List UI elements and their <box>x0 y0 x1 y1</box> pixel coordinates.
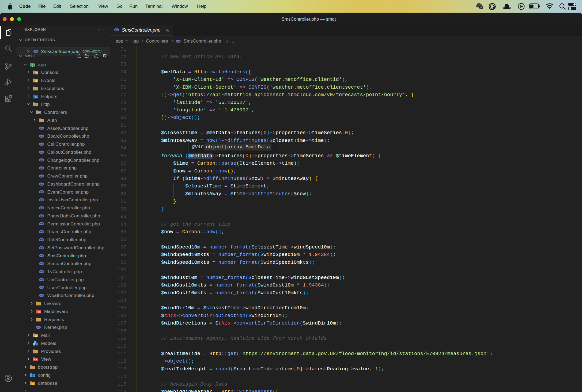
svg-text:php: php <box>40 295 43 297</box>
svg-text:php: php <box>40 271 43 273</box>
svg-text:php: php <box>40 199 43 201</box>
svg-text:php: php <box>36 326 40 329</box>
svg-text:php: php <box>40 175 43 177</box>
svg-text:php: php <box>40 167 43 169</box>
svg-text:php: php <box>40 191 43 193</box>
svg-text:php: php <box>176 40 180 42</box>
svg-text:php: php <box>115 29 118 31</box>
svg-text:php: php <box>40 247 43 249</box>
svg-text:php: php <box>40 215 43 217</box>
svg-text:php: php <box>40 287 43 289</box>
svg-text:php: php <box>40 278 43 281</box>
svg-text:>_: >_ <box>35 72 38 74</box>
svg-text:php: php <box>40 239 43 241</box>
svg-text:php: php <box>40 231 43 233</box>
svg-text:php: php <box>40 159 43 161</box>
svg-text:php: php <box>40 255 43 257</box>
svg-text:php: php <box>40 207 43 209</box>
svg-text:php: php <box>40 263 43 265</box>
svg-text:php: php <box>40 143 43 145</box>
svg-text:php: php <box>40 151 43 153</box>
svg-text:php: php <box>40 223 43 225</box>
svg-text:php: php <box>34 50 37 52</box>
svg-text:php: php <box>40 127 43 129</box>
svg-text:php: php <box>40 135 43 137</box>
svg-text:php: php <box>40 183 43 185</box>
